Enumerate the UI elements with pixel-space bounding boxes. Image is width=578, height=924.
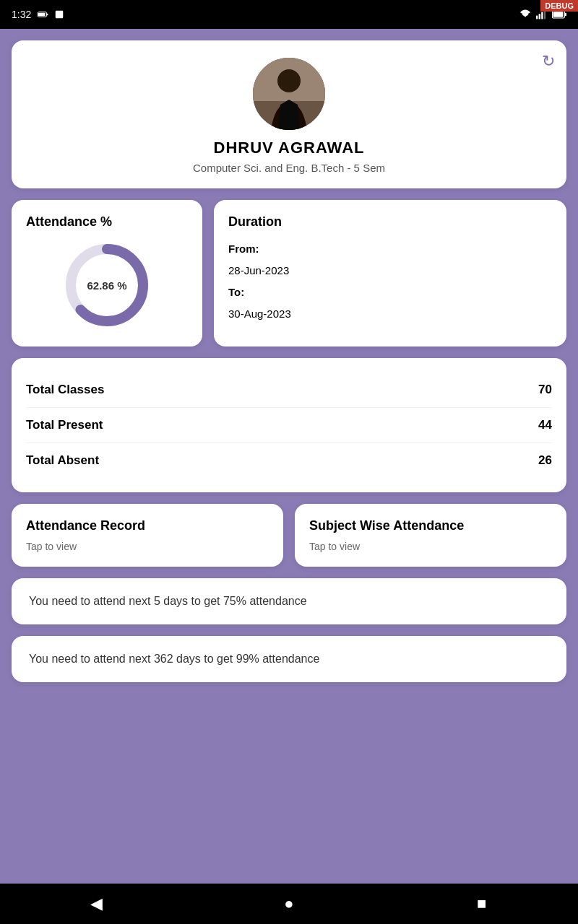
menu-button[interactable]: ■ [464, 886, 500, 922]
svg-rect-5 [539, 14, 540, 19]
status-time: 1:32 [12, 9, 31, 20]
profile-course: Computer Sci. and Eng. B.Tech - 5 Sem [193, 162, 385, 174]
nav-bar: ◀ ● ■ [0, 884, 578, 924]
attendance-record-title: Attendance Record [26, 518, 269, 533]
bottom-spacer [12, 694, 566, 744]
svg-point-15 [277, 69, 301, 92]
subject-wise-card[interactable]: Subject Wise Attendance Tap to view [295, 504, 566, 567]
to-date: 30-Aug-2023 [228, 303, 552, 325]
duration-card: Duration From: 28-Jun-2023 To: 30-Aug-20… [214, 200, 566, 346]
status-bar: 1:32 [0, 0, 578, 29]
svg-rect-10 [553, 12, 564, 17]
attendance-duration-row: Attendance % 62.86 % Duration From: 28-J [12, 200, 566, 346]
attendance-title: Attendance % [26, 214, 188, 230]
svg-rect-4 [536, 16, 538, 19]
profile-name: DHRUV AGRAWAL [214, 139, 365, 157]
donut-chart: 62.86 % [60, 238, 154, 332]
attendance-record-subtitle: Tap to view [26, 541, 269, 552]
action-cards-row: Attendance Record Tap to view Subject Wi… [12, 504, 566, 567]
attendance-percentage: 62.86 % [87, 279, 126, 292]
from-label: From: [228, 238, 552, 260]
total-present-label: Total Present [26, 418, 103, 432]
stats-card: Total Classes 70 Total Present 44 Total … [12, 358, 566, 492]
subject-wise-title: Subject Wise Attendance [309, 518, 552, 533]
svg-rect-7 [544, 10, 545, 19]
duration-title: Duration [228, 214, 552, 230]
home-button[interactable]: ● [271, 886, 307, 922]
total-classes-value: 70 [538, 383, 552, 397]
attendance-record-card[interactable]: Attendance Record Tap to view [12, 504, 283, 567]
to-label: To: [228, 282, 552, 303]
svg-rect-1 [47, 14, 48, 16]
info-card-75: You need to attend next 5 days to get 75… [12, 578, 566, 624]
info-text-75: You need to attend next 5 days to get 75… [29, 593, 549, 610]
svg-rect-9 [565, 13, 566, 17]
subject-wise-subtitle: Tap to view [309, 541, 552, 552]
main-content: ↻ DHRUV AGRAWAL Computer Sci. and Eng. B… [0, 29, 578, 756]
back-button[interactable]: ◀ [78, 886, 114, 922]
total-absent-row: Total Absent 26 [26, 443, 552, 478]
total-present-value: 44 [538, 418, 552, 432]
duration-info: From: 28-Jun-2023 To: 30-Aug-2023 [228, 238, 552, 325]
info-card-99: You need to attend next 362 days to get … [12, 636, 566, 682]
svg-rect-6 [541, 12, 543, 19]
total-present-row: Total Present 44 [26, 408, 552, 443]
wifi-icon [519, 9, 532, 19]
battery-icon [37, 9, 48, 20]
total-classes-label: Total Classes [26, 383, 104, 397]
profile-card: ↻ DHRUV AGRAWAL Computer Sci. and Eng. B… [12, 40, 566, 188]
total-absent-label: Total Absent [26, 453, 99, 468]
avatar [253, 58, 325, 130]
sim-icon [54, 9, 64, 19]
attendance-card: Attendance % 62.86 % [12, 200, 202, 346]
avatar-image [253, 58, 325, 130]
total-absent-value: 26 [538, 453, 552, 468]
info-text-99: You need to attend next 362 days to get … [29, 650, 549, 668]
from-date: 28-Jun-2023 [228, 260, 552, 282]
debug-badge: DEBUG [540, 0, 578, 12]
svg-rect-2 [38, 13, 45, 17]
status-left: 1:32 [12, 9, 64, 20]
svg-rect-3 [56, 11, 64, 19]
refresh-button[interactable]: ↻ [542, 52, 555, 71]
total-classes-row: Total Classes 70 [26, 372, 552, 408]
